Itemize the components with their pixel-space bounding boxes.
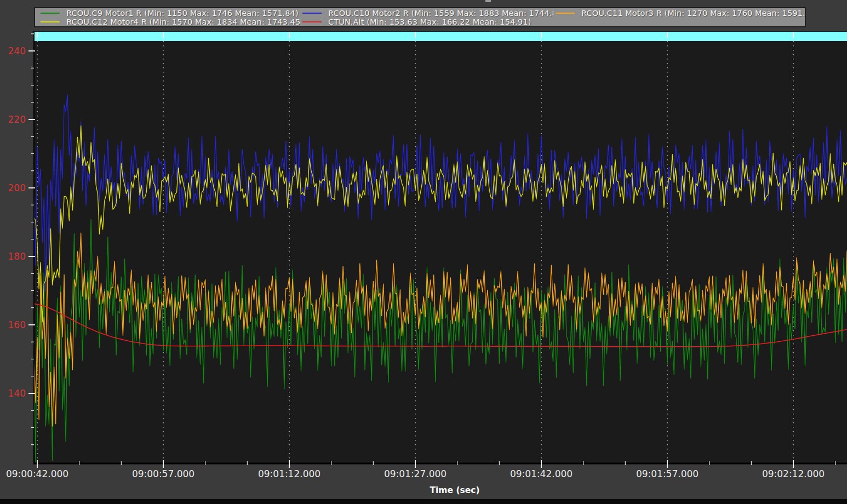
y-tick-label: 200 [4, 182, 26, 193]
x-tick-label: 09:01:12.000 [245, 468, 333, 479]
legend-swatch [41, 21, 60, 22]
legend-item: RCOU.C10 Motor2 R (Min: 1559 Max: 1883 M… [300, 9, 553, 18]
plot-background [34, 31, 847, 463]
legend-item: RCOU.C9 Motor1 R (Min: 1150 Max: 1746 Me… [38, 9, 300, 18]
legend-label: RCOU.C12 Motor4 R (Min: 1570 Max: 1834 M… [66, 18, 300, 26]
legend-item: RCOU.C12 Motor4 R (Min: 1570 Max: 1834 M… [38, 18, 300, 26]
legend-label: RCOU.C11 Motor3 R (Min: 1270 Max: 1760 M… [581, 9, 805, 18]
bottom-edge-strip [0, 499, 847, 504]
y-tick-label: 160 [4, 319, 26, 330]
legend: RCOU.C9 Motor1 R (Min: 1150 Max: 1746 Me… [34, 7, 806, 27]
legend-item: CTUN.Alt (Min: 153.63 Max: 166.22 Mean: … [300, 18, 553, 26]
y-tick-label: 240 [4, 45, 26, 56]
y-tick-label: 140 [4, 388, 26, 399]
x-tick-label: 09:02:12.000 [749, 468, 837, 479]
time-axis-title: Time (sec) [400, 485, 510, 495]
x-tick-label: 09:00:57.000 [119, 468, 207, 479]
y-tick-label: 220 [4, 114, 26, 125]
legend-label: RCOU.C9 Motor1 R (Min: 1150 Max: 1746 Me… [66, 9, 299, 18]
legend-swatch [41, 13, 60, 14]
x-tick-label: 09:01:27.000 [371, 468, 459, 479]
log-plot-window: RCOU.C9 Motor1 R (Min: 1150 Max: 1746 Me… [0, 0, 847, 504]
flight-mode-band [34, 32, 847, 41]
legend-label: CTUN.Alt (Min: 153.63 Max: 166.22 Mean: … [328, 18, 531, 26]
y-tick-label: 180 [4, 251, 26, 262]
legend-item: RCOU.C11 Motor3 R (Min: 1270 Max: 1760 M… [553, 9, 805, 18]
plot-canvas[interactable] [0, 0, 847, 504]
x-tick-label: 09:01:57.000 [623, 468, 711, 479]
x-tick-label: 09:00:42.000 [0, 468, 81, 479]
x-tick-label: 09:01:42.000 [497, 468, 585, 479]
legend-label: RCOU.C10 Motor2 R (Min: 1559 Max: 1883 M… [328, 9, 553, 18]
legend-swatch [302, 13, 322, 14]
legend-swatch [556, 13, 575, 14]
legend-swatch [302, 21, 322, 22]
